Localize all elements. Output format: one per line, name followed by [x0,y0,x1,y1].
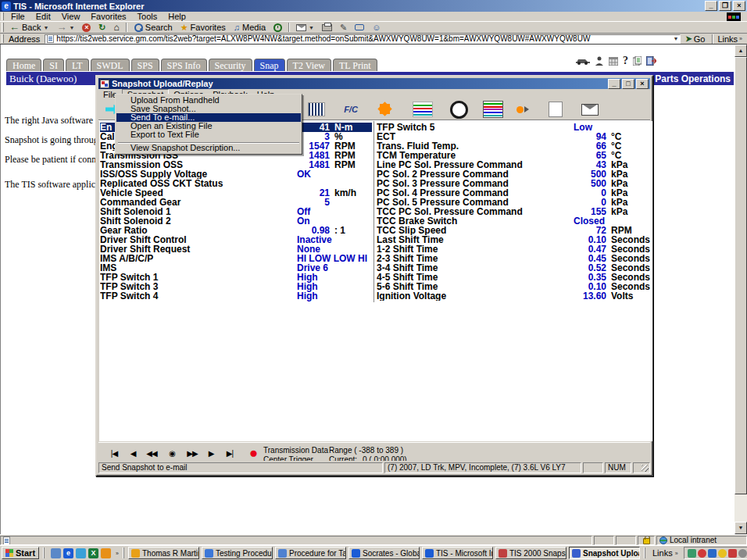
menu-favorites[interactable]: Favorites [85,12,131,21]
menu-view[interactable]: View [56,12,86,21]
tab-lt[interactable]: LT [66,59,89,71]
taskbar-grip[interactable] [123,548,124,558]
tab-swdl[interactable]: SWDL [91,59,130,71]
tray-icon[interactable] [708,549,717,558]
table-row[interactable]: ISS/OSS Supply VoltageOK [100,169,372,179]
calendar-icon[interactable] [609,57,618,66]
resize-grip[interactable] [633,462,650,473]
table-row[interactable]: Vehicle Speed21km/h [100,188,372,198]
restore-button[interactable]: ❐ [719,1,731,11]
menuitem-export-to-text-file[interactable]: Export to Text File [116,130,301,139]
toolbar-grip[interactable] [2,23,4,31]
close-button[interactable]: × [636,79,649,89]
search-button[interactable]: Search [130,22,177,33]
snapshot-marker-icon[interactable] [513,102,533,117]
menuitem-view-snapshot-description[interactable]: View Snapshot Description... [116,144,301,152]
record-button[interactable]: ● [244,447,263,461]
tray-icon[interactable] [728,549,737,558]
excel-icon[interactable]: X [88,548,98,558]
go-to-start-button[interactable]: |◀ [105,447,123,461]
vertical-scrollbar[interactable]: ▲ ▼ [734,45,747,534]
taskbar-task[interactable]: TIS - Microsoft Internet ... [422,547,493,559]
messenger-button[interactable]: ☺ [368,22,384,33]
close-button[interactable]: × [733,1,745,11]
taskbar-task[interactable]: Testing Procedures [202,547,273,559]
links-chevron-icon[interactable]: » [739,36,742,41]
menu-tools[interactable]: Tools [132,12,163,21]
table-row[interactable]: TFP Switch 3High [100,282,372,291]
history-button[interactable] [270,22,286,33]
taskbar-links[interactable]: Links » [649,547,681,559]
taskbar-grip[interactable] [43,548,45,558]
discuss-button[interactable] [351,22,368,33]
exit-icon[interactable] [646,56,656,66]
go-to-end-button[interactable]: ▶| [220,447,239,461]
tray-icon[interactable] [688,549,696,558]
scrollbar-thumb[interactable] [734,57,747,494]
gauge-icon[interactable] [449,102,469,117]
step-forward-button[interactable]: ▶ [202,447,220,461]
tab-tl-print[interactable]: TL Print [333,59,377,71]
address-input[interactable]: https://tis2web.service.gm.com/tis2web?t… [45,34,681,44]
table-row[interactable]: IMS A/B/C/PHI LOW LOW HI [100,254,372,263]
taskbar-grip[interactable] [644,548,645,558]
tab-snap[interactable]: Snap [254,59,285,71]
quicklaunch-chevron-icon[interactable]: » [116,551,119,556]
table-row[interactable]: TFP Switch 4High [100,291,372,301]
table-row[interactable]: Replicated OSS CKT Status [100,179,372,188]
forward-button[interactable]: → ▼ [52,22,78,33]
minimize-button[interactable]: _ [608,79,620,89]
car-icon[interactable] [576,57,590,65]
barcode-icon[interactable] [306,102,327,117]
toolbar-grip[interactable] [2,12,4,20]
taskbar-task[interactable]: TIS 2000 Snapshot Uplo... [495,547,567,559]
documents-icon[interactable] [633,56,642,66]
links-bar[interactable]: Links » [716,34,747,44]
help-icon[interactable]: ? [623,55,628,67]
table-row[interactable]: Ignition Voltage13.60Volts [377,291,652,301]
waveform-icon[interactable] [413,102,433,117]
start-button[interactable]: Start [2,547,39,559]
user-icon[interactable] [595,56,604,66]
fast-forward-button[interactable]: ▶▶ [183,447,202,461]
menu-help[interactable]: Help [163,12,191,21]
favorites-button[interactable]: ★ Favorites [177,22,230,33]
taskbar-task[interactable]: Thomas R Martin - Inbox... [128,547,199,559]
brightness-icon[interactable] [377,102,392,117]
snapshot-titlebar[interactable]: Snapshot Upload/Replay _ □ × [98,78,650,89]
tab-security[interactable]: Security [209,59,252,71]
print-button[interactable] [318,22,336,33]
media-button[interactable]: ♫ Media [230,22,270,33]
layered-graph-icon[interactable] [483,102,503,117]
refresh-button[interactable]: ↻ [95,22,109,33]
email-icon[interactable] [580,102,600,117]
center-trigger-button[interactable]: ◉ [163,447,181,461]
minimize-button[interactable]: _ [705,1,717,11]
tab-home[interactable]: Home [6,59,41,71]
tray-icon[interactable] [738,549,747,558]
address-dropdown-icon[interactable]: ▼ [673,36,678,41]
taskbar-task[interactable]: Procedure for Taking Sn... [275,547,346,559]
table-row[interactable]: TFP Switch 1High [100,273,372,282]
scroll-up-icon[interactable]: ▲ [734,45,747,57]
step-back-button[interactable]: ◀ [123,447,142,461]
go-button[interactable]: ➤ Go [681,34,709,44]
back-dropdown-icon[interactable]: ▼ [43,25,48,30]
mail-button[interactable]: ▼ [292,22,318,33]
stop-button[interactable]: × [78,22,95,33]
tab-sps[interactable]: SPS [131,59,159,71]
blank-square-icon[interactable] [545,102,566,117]
table-row[interactable]: IMSDrive 6 [100,263,372,273]
maximize-button[interactable]: □ [622,79,634,89]
home-button[interactable]: ⌂ [110,22,123,33]
tab-sps-info[interactable]: SPS Info [161,59,207,71]
mail-dropdown-icon[interactable]: ▼ [309,25,314,30]
search-icon[interactable] [76,548,86,558]
taskbar-task[interactable]: Socrates - Global - Micro... [348,547,420,559]
table-row[interactable]: TCC PC Sol. Pressure Command155kPa [377,207,652,216]
notes-icon[interactable] [101,548,111,558]
tray-icon[interactable] [698,549,706,558]
table-row[interactable]: Shift Solenoid 2On [100,216,372,226]
scroll-down-icon[interactable]: ▼ [734,522,747,534]
menu-file[interactable]: File [5,12,30,21]
